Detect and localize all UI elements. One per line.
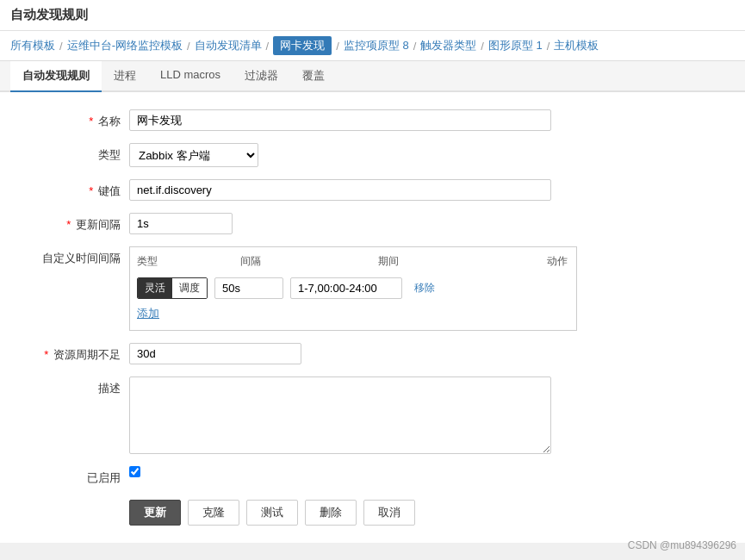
breadcrumb: 所有模板 / 运维中台-网络监控模板 / 自动发现清单 / 网卡发现 / 监控项…: [0, 31, 745, 61]
custom-time-label: 自定义时间间隔: [17, 246, 129, 266]
description-textarea[interactable]: [129, 376, 551, 454]
breadcrumb-current: 网卡发现: [273, 36, 332, 55]
type-row: 类型 Zabbix 客户端 SNMP IPMI JMX: [0, 143, 745, 167]
page-title: 自动发现规则: [0, 0, 745, 31]
breadcrumb-host-template[interactable]: 主机模板: [554, 38, 599, 53]
col-period-header: 期间: [378, 254, 516, 269]
col-action-header: 动作: [516, 254, 568, 269]
remove-button[interactable]: 移除: [409, 278, 440, 298]
breadcrumb-discovery-list[interactable]: 自动发现清单: [195, 38, 262, 53]
col-type-header: 类型: [137, 254, 240, 269]
resource-input[interactable]: [129, 343, 301, 364]
breadcrumb-sep-4: /: [336, 40, 339, 53]
name-row: * 名称: [0, 109, 745, 131]
custom-time-row: 自定义时间间隔 类型 间隔 期间 动作 灵活 调度 移除 添加: [0, 246, 745, 331]
sub-tabs: 自动发现规则 进程 LLD macros 过滤器 覆盖: [0, 61, 745, 92]
type-toggle-group: 灵活 调度: [137, 277, 208, 299]
toggle-schedule[interactable]: 调度: [172, 278, 207, 298]
custom-time-box: 类型 间隔 期间 动作 灵活 调度 移除 添加: [129, 246, 577, 331]
content-area: * 名称 类型 Zabbix 客户端 SNMP IPMI JMX * 键值 * …: [0, 92, 745, 543]
update-interval-row: * 更新间隔: [0, 213, 745, 234]
breadcrumb-trigger-type[interactable]: 触发器类型: [420, 38, 476, 53]
key-row: * 键值: [0, 179, 745, 201]
key-label: * 键值: [17, 179, 129, 199]
tab-process[interactable]: 进程: [102, 61, 148, 92]
col-interval-header: 间隔: [240, 254, 378, 269]
breadcrumb-sep-7: /: [547, 40, 550, 53]
resource-label: * 资源周期不足: [17, 343, 129, 363]
custom-time-data-row: 灵活 调度 移除: [137, 277, 569, 299]
delete-button[interactable]: 删除: [305, 500, 357, 526]
custom-time-header: 类型 间隔 期间 动作: [137, 254, 569, 272]
name-label: * 名称: [17, 109, 129, 129]
breadcrumb-sep-1: /: [59, 40, 63, 53]
period-input[interactable]: [290, 277, 402, 299]
enabled-row: 已启用: [0, 466, 745, 486]
breadcrumb-monitor-template[interactable]: 运维中台-网络监控模板: [67, 38, 183, 53]
resource-required: *: [44, 348, 48, 361]
interval-input[interactable]: [214, 277, 283, 299]
tab-filter[interactable]: 过滤器: [233, 61, 290, 92]
breadcrumb-all-templates[interactable]: 所有模板: [10, 38, 55, 53]
tab-overrides[interactable]: 覆盖: [290, 61, 337, 92]
name-required: *: [89, 115, 93, 128]
enabled-checkbox[interactable]: [129, 466, 140, 477]
type-label: 类型: [17, 143, 129, 163]
tab-lld-macros[interactable]: LLD macros: [148, 61, 233, 92]
description-row: 描述: [0, 376, 745, 454]
add-row: 添加: [137, 304, 569, 323]
breadcrumb-sep-2: /: [187, 40, 190, 53]
breadcrumb-sep-5: /: [413, 40, 417, 53]
update-interval-label: * 更新间隔: [17, 213, 129, 233]
toggle-flexible[interactable]: 灵活: [138, 278, 172, 298]
breadcrumb-monitor-item[interactable]: 监控项原型 8: [344, 38, 409, 53]
key-input[interactable]: [129, 179, 551, 201]
type-select[interactable]: Zabbix 客户端 SNMP IPMI JMX: [129, 143, 258, 167]
update-interval-input[interactable]: [129, 213, 233, 234]
name-input[interactable]: [129, 109, 551, 131]
resource-row: * 资源周期不足: [0, 343, 745, 364]
description-label: 描述: [17, 376, 129, 396]
enabled-checkbox-row: [129, 466, 140, 477]
test-button[interactable]: 测试: [246, 500, 298, 526]
tab-discovery-rule[interactable]: 自动发现规则: [10, 61, 102, 92]
cancel-button[interactable]: 取消: [363, 500, 415, 526]
watermark: CSDN @mu894396296: [628, 539, 736, 543]
breadcrumb-graph-prototype[interactable]: 图形原型 1: [488, 38, 543, 53]
clone-button[interactable]: 克隆: [188, 500, 239, 526]
add-custom-time-button[interactable]: 添加: [137, 304, 159, 323]
action-buttons: 更新 克隆 测试 删除 取消: [112, 500, 745, 526]
update-required: *: [66, 218, 71, 231]
update-button[interactable]: 更新: [129, 500, 181, 526]
key-required: *: [89, 184, 93, 197]
enabled-label: 已启用: [17, 466, 129, 486]
breadcrumb-sep-3: /: [266, 40, 270, 53]
breadcrumb-sep-6: /: [481, 40, 484, 53]
